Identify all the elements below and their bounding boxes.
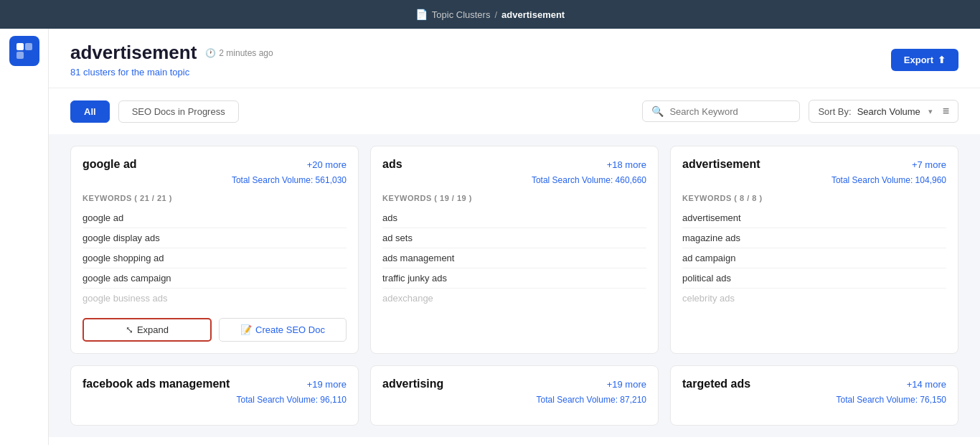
sort-select[interactable]: Search Volume Keyword bbox=[857, 106, 933, 117]
list-item: traffic junky ads bbox=[382, 268, 646, 289]
search-box: 🔍 bbox=[642, 100, 800, 122]
list-item: ad sets bbox=[382, 228, 646, 248]
cluster-more: +14 more bbox=[907, 379, 946, 390]
list-item: google business ads bbox=[83, 289, 347, 308]
cluster-card-targeted-ads: targeted ads +14 more Total Search Volum… bbox=[670, 365, 958, 426]
cluster-title: advertisement bbox=[682, 158, 760, 171]
cluster-title: advertising bbox=[382, 378, 443, 390]
cluster-card-facebook-ads: facebook ads management +19 more Total S… bbox=[70, 365, 359, 426]
expand-icon: ⤡ bbox=[126, 324, 133, 335]
doc-icon: 📄 bbox=[415, 9, 428, 20]
cluster-volume: Total Search Volume: 96,110 bbox=[83, 395, 347, 405]
list-item: ad campaign bbox=[682, 248, 946, 268]
page-title: advertisement bbox=[70, 42, 197, 64]
header-left: advertisement 🕐 2 minutes ago 81 cluster… bbox=[70, 42, 273, 78]
cluster-card-ads: ads +18 more Total Search Volume: 460,66… bbox=[370, 146, 659, 354]
create-doc-icon: 📝 bbox=[240, 324, 252, 335]
page-header: advertisement 🕐 2 minutes ago 81 cluster… bbox=[49, 29, 980, 88]
sort-area: Sort By: Search Volume Keyword ≡ bbox=[809, 100, 958, 123]
top-navigation-bar: 📄 Topic Clusters / advertisement bbox=[0, 0, 980, 29]
breadcrumb-separator: / bbox=[494, 9, 497, 20]
cluster-volume: Total Search Volume: 561,030 bbox=[83, 175, 347, 185]
clusters-section: google ad +20 more Total Search Volume: … bbox=[49, 134, 980, 437]
export-button[interactable]: Export ⬆ bbox=[891, 49, 958, 71]
card-actions: ⤡ Expand 📝 Create SEO Doc bbox=[83, 318, 347, 342]
cluster-more: +19 more bbox=[307, 379, 347, 390]
cluster-volume: Total Search Volume: 87,210 bbox=[382, 395, 646, 405]
keyword-list: ads ad sets ads management traffic junky… bbox=[382, 208, 646, 308]
cluster-volume: Total Search Volume: 76,150 bbox=[682, 395, 946, 405]
cluster-volume: Total Search Volume: 460,660 bbox=[382, 175, 646, 185]
time-ago-text: 2 minutes ago bbox=[219, 48, 273, 58]
svg-rect-2 bbox=[17, 52, 24, 59]
clock-icon: 🕐 bbox=[205, 48, 216, 58]
create-seo-doc-button[interactable]: 📝 Create SEO Doc bbox=[219, 318, 347, 342]
cluster-card-advertising: advertising +19 more Total Search Volume… bbox=[370, 365, 659, 426]
list-item: google ads campaign bbox=[83, 268, 347, 289]
sort-by-label: Sort By: bbox=[818, 106, 851, 117]
create-seo-doc-label: Create SEO Doc bbox=[255, 324, 325, 335]
list-item: advertisement bbox=[682, 208, 946, 228]
sort-order-icon[interactable]: ≡ bbox=[943, 105, 949, 118]
keywords-label: KEYWORDS ( 19 / 19 ) bbox=[382, 194, 646, 202]
main-content: advertisement 🕐 2 minutes ago 81 cluster… bbox=[49, 29, 980, 445]
expand-label: Expand bbox=[137, 324, 169, 335]
list-item: ads bbox=[382, 208, 646, 228]
list-item: google shopping ad bbox=[83, 248, 347, 268]
clusters-grid: google ad +20 more Total Search Volume: … bbox=[70, 146, 958, 426]
breadcrumb-parent[interactable]: Topic Clusters bbox=[432, 9, 491, 20]
cluster-volume: Total Search Volume: 104,960 bbox=[682, 175, 946, 185]
time-badge: 🕐 2 minutes ago bbox=[205, 48, 273, 58]
keyword-list: advertisement magazine ads ad campaign p… bbox=[682, 208, 946, 308]
breadcrumb-current: advertisement bbox=[501, 9, 565, 20]
sidebar bbox=[0, 29, 49, 445]
svg-rect-0 bbox=[17, 43, 24, 50]
export-icon: ⬆ bbox=[938, 55, 946, 65]
app-logo[interactable] bbox=[9, 36, 39, 66]
list-item: google ad bbox=[83, 208, 347, 228]
cluster-more: +20 more bbox=[307, 159, 347, 170]
keywords-label: KEYWORDS ( 8 / 8 ) bbox=[682, 194, 946, 202]
search-input[interactable] bbox=[669, 106, 791, 117]
export-label: Export bbox=[904, 55, 933, 65]
cluster-title: targeted ads bbox=[682, 378, 750, 390]
list-item: political ads bbox=[682, 268, 946, 289]
cluster-more: +19 more bbox=[607, 379, 646, 390]
filter-bar: All SEO Docs in Progress 🔍 Sort By: Sear… bbox=[49, 88, 980, 134]
expand-button[interactable]: ⤡ Expand bbox=[83, 318, 212, 342]
keywords-label: KEYWORDS ( 21 / 21 ) bbox=[83, 194, 347, 202]
svg-rect-1 bbox=[25, 43, 32, 50]
list-item: celebrity ads bbox=[682, 289, 946, 308]
list-item: adexchange bbox=[382, 289, 646, 308]
keyword-list: google ad google display ads google shop… bbox=[83, 208, 347, 308]
all-filter-button[interactable]: All bbox=[70, 100, 110, 123]
cluster-more: +7 more bbox=[912, 159, 946, 170]
cluster-title: facebook ads management bbox=[83, 378, 230, 390]
list-item: ads management bbox=[382, 248, 646, 268]
cluster-title: google ad bbox=[83, 158, 137, 171]
cluster-more: +18 more bbox=[607, 159, 646, 170]
list-item: google display ads bbox=[83, 228, 347, 248]
seo-docs-filter-button[interactable]: SEO Docs in Progress bbox=[118, 100, 239, 123]
sub-title: 81 clusters for the main topic bbox=[70, 67, 273, 78]
cluster-card-google-ad: google ad +20 more Total Search Volume: … bbox=[70, 146, 359, 354]
search-icon: 🔍 bbox=[651, 106, 664, 117]
list-item: magazine ads bbox=[682, 228, 946, 248]
cluster-card-advertisement: advertisement +7 more Total Search Volum… bbox=[670, 146, 958, 354]
cluster-title: ads bbox=[382, 158, 402, 171]
